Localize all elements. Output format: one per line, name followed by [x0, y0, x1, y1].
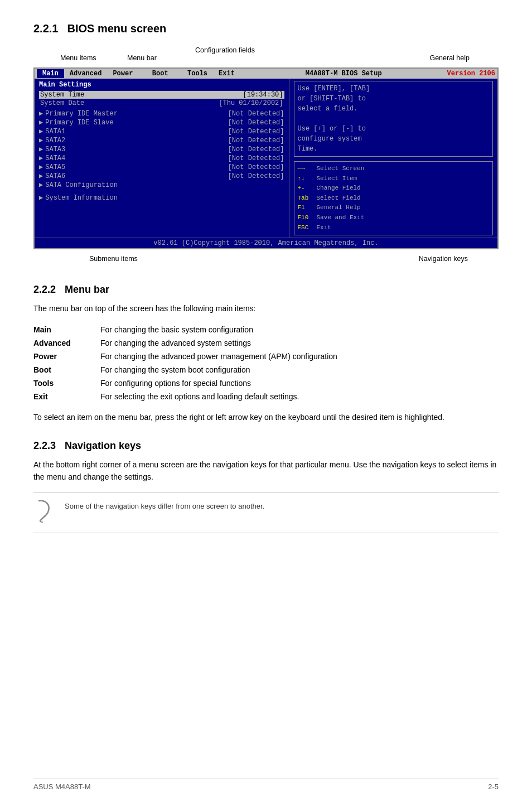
note-text: Some of the navigation keys differ from … [65, 499, 264, 512]
section-222-number: 2.2.2 [33, 284, 56, 295]
bios-system-info-label: System Information [45, 194, 118, 202]
bios-nav-desc-6: Exit [317, 223, 331, 233]
bios-menu-exit: Exit [213, 69, 240, 78]
bios-drive-row-7: ▶ SATA6 [Not Detected] [39, 172, 284, 180]
bios-system-time-value: [19:34:30] [243, 91, 283, 99]
bios-nav-desc-3: Select Field [317, 194, 361, 204]
bottom-labels: Submenu items Navigation keys [33, 252, 499, 267]
bios-section-title: Main Settings [39, 81, 284, 89]
bios-nav-desc-2: Change Field [317, 183, 361, 194]
section-223-header: 2.2.3Navigation keys [33, 440, 499, 452]
bios-sata-config-row: ▶ SATA Configuration [39, 181, 284, 189]
footer-page: 2-5 [488, 782, 499, 791]
bios-menu-advanced: Advanced [64, 69, 108, 78]
bios-nav-row-4: F1 General Help [298, 203, 490, 213]
section-222-description: The menu bar on top of the screen has th… [33, 302, 499, 315]
bios-system-info-row: ▶ System Information [39, 194, 284, 202]
menu-item-boot-label: Boot [33, 363, 100, 376]
bios-nav-key-3: Tab [298, 194, 313, 204]
bios-nav-row-6: ESC Exit [298, 223, 490, 233]
bios-nav-row-2: +- Change Field [298, 183, 490, 194]
menu-item-tools-desc: For configuring options for special func… [100, 376, 499, 390]
menu-item-tools: Tools For configuring options for specia… [33, 376, 499, 390]
bios-menubar: Main Advanced Power Boot Tools Exit M4A8… [35, 69, 497, 79]
arrow-icon-sata-cfg: ▶ [39, 181, 43, 189]
menu-item-advanced-label: Advanced [33, 336, 100, 350]
bios-system-time-label: System Time [40, 91, 84, 99]
bios-nav-key-5: F10 [298, 213, 313, 223]
bios-nav-desc-5: Save and Exit [317, 213, 365, 223]
bios-nav-row-3: Tab Select Field [298, 194, 490, 204]
arrow-icon-6: ▶ [39, 163, 43, 171]
label-general-help: General help [429, 54, 470, 62]
menu-item-advanced-desc: For changing the advanced system setting… [100, 336, 499, 350]
bios-title-text: M4A88T-M BIOS Setup [306, 70, 382, 78]
section-223-description: At the bottom right corner of a menu scr… [33, 458, 499, 484]
note-box: Some of the navigation keys differ from … [33, 492, 499, 533]
section-223-number: 2.2.3 [33, 440, 56, 451]
bios-help-line3: select a field. [298, 104, 490, 114]
bios-drive-row-3: ▶ SATA2 [Not Detected] [39, 136, 284, 144]
label-navigation-keys: Navigation keys [419, 255, 468, 263]
bios-menubar-left: Main Advanced Power Boot Tools Exit [37, 69, 240, 78]
label-menu-bar: Menu bar [127, 54, 157, 62]
section-223: 2.2.3Navigation keys At the bottom right… [33, 440, 499, 533]
arrow-icon-4: ▶ [39, 145, 43, 153]
bios-drive-row-6: ▶ SATA5 [Not Detected] [39, 163, 284, 171]
menu-item-power-label: Power [33, 350, 100, 363]
bios-help-line4: Use [+] or [-] to [298, 124, 490, 134]
label-menu-items: Menu items [60, 54, 96, 62]
section-222: 2.2.2Menu bar The menu bar on top of the… [33, 284, 499, 423]
bios-nav-desc-0: Select Screen [317, 164, 365, 174]
footer-product: ASUS M4A88T-M [33, 782, 91, 791]
menu-item-boot: Boot For changing the system boot config… [33, 363, 499, 376]
bios-system-date-row: System Date [Thu 01/10/2002] [39, 99, 284, 107]
bios-drive-row-4: ▶ SATA3 [Not Detected] [39, 145, 284, 153]
bios-nav-row-1: ↑↓ Select Item [298, 174, 490, 184]
page-footer: ASUS M4A88T-M 2-5 [33, 779, 499, 791]
arrow-icon-0: ▶ [39, 109, 43, 118]
bios-sata-config-label: SATA Configuration [45, 181, 118, 189]
bios-help-line5: configure system [298, 134, 490, 144]
bios-nav-key-0: ←→ [298, 164, 313, 174]
note-icon [33, 499, 56, 527]
bios-drive-row-5: ▶ SATA4 [Not Detected] [39, 154, 284, 162]
menu-item-main-desc: For changing the basic system configurat… [100, 323, 499, 336]
bios-system-date-value: [Thu 01/10/2002] [219, 99, 283, 107]
bios-drive-row-1: ▶ Primary IDE Slave [Not Detected] [39, 118, 284, 127]
arrow-icon-3: ▶ [39, 136, 43, 144]
section-223-title: Navigation keys [65, 440, 141, 451]
bios-nav-key-1: ↑↓ [298, 174, 313, 184]
section-222-header: 2.2.2Menu bar [33, 284, 499, 296]
menu-item-boot-desc: For changing the system boot configurati… [100, 363, 499, 376]
label-submenu-items: Submenu items [89, 255, 138, 263]
menu-item-power: Power For changing the advanced power ma… [33, 350, 499, 363]
bios-right-panel: Use [ENTER], [TAB] or [SHIFT-TAB] to sel… [289, 79, 498, 238]
section-221-header: 2.2.1BIOS menu screen [33, 22, 499, 35]
menu-item-power-desc: For changing the advanced power manageme… [100, 350, 499, 363]
label-config-fields: Configuration fields [195, 46, 255, 54]
bios-nav-key-2: +- [298, 183, 313, 194]
bios-menu-boot: Boot [138, 69, 182, 78]
bios-help-line6: Time. [298, 144, 490, 154]
arrow-icon-5: ▶ [39, 154, 43, 162]
menu-item-tools-label: Tools [33, 376, 100, 390]
bios-nav-desc-4: General Help [317, 203, 361, 213]
bios-drive-row-0: ▶ Primary IDE Master [Not Detected] [39, 109, 284, 118]
bios-version: Version 2106 [447, 70, 495, 78]
section-221-number: 2.2.1 [33, 22, 58, 35]
arrow-icon-1: ▶ [39, 118, 43, 127]
arrow-icon-sysinfo: ▶ [39, 194, 43, 202]
bios-left-panel: Main Settings System Time [19:34:30] Sys… [35, 79, 289, 238]
bios-nav-row-5: F10 Save and Exit [298, 213, 490, 223]
menu-item-advanced: Advanced For changing the advanced syste… [33, 336, 499, 350]
bios-nav-key-6: ESC [298, 223, 313, 233]
bios-nav-key-4: F1 [298, 203, 313, 213]
bios-menu-main: Main [37, 69, 64, 78]
bios-diagram: Menu items Menu bar Configuration fields… [33, 46, 499, 267]
bios-title: M4A88T-M BIOS Setup [240, 70, 447, 78]
menu-item-main: Main For changing the basic system confi… [33, 323, 499, 336]
menu-items-table: Main For changing the basic system confi… [33, 323, 499, 403]
menu-item-exit-label: Exit [33, 390, 100, 403]
arrow-icon-2: ▶ [39, 127, 43, 136]
